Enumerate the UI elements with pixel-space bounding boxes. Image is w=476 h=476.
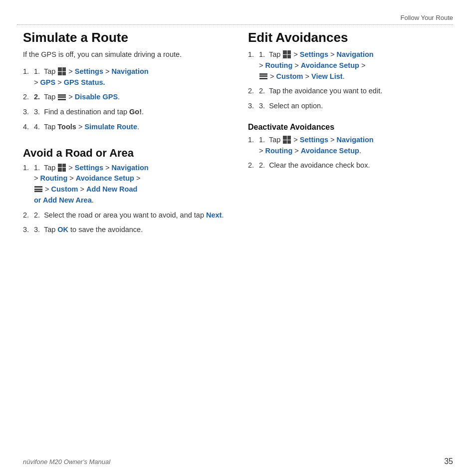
routing-link: Routing <box>265 61 293 69</box>
add-new-road-link: Add New Road <box>86 185 137 193</box>
gps-icon <box>58 164 66 172</box>
simulate-route-title: Simulate a Route <box>23 30 228 45</box>
step-item: 2. Tap the avoidance you want to edit. <box>248 86 453 97</box>
gps-status-link: GPS Status. <box>64 78 105 86</box>
avoid-road-title: Avoid a Road or Area <box>23 147 228 160</box>
menu-icon <box>259 73 267 79</box>
navigation-link: Navigation <box>337 50 374 58</box>
step-item: 3. Tap OK to save the avoidance. <box>23 225 228 236</box>
deactivate-avoidances-steps: 1. Tap > Settings > Navigation > Routing… <box>248 135 453 171</box>
add-new-area-link: or Add New Area <box>34 196 92 204</box>
settings-link: Settings <box>300 136 328 144</box>
menu-icon <box>58 94 66 100</box>
footer-page-number: 35 <box>444 457 453 466</box>
navigation-link: Navigation <box>112 67 149 75</box>
avoidance-setup-link: Avoidance Setup <box>301 61 359 69</box>
step-item: 3. Select an option. <box>248 101 453 112</box>
disable-gps-link: Disable GPS <box>75 93 118 101</box>
settings-link: Settings <box>75 67 103 75</box>
avoidance-setup-link: Avoidance Setup <box>76 174 134 182</box>
custom-link: Custom <box>276 72 303 80</box>
menu-icon <box>34 186 42 192</box>
step-item: 2. Clear the avoidance check box. <box>248 160 453 171</box>
routing-link: Routing <box>40 174 68 182</box>
settings-link: Settings <box>300 50 328 58</box>
step-item: 1. Tap > Settings > Navigation > Routing… <box>248 135 453 157</box>
right-column: Edit Avoidances 1. Tap > Settings > Navi… <box>248 30 453 446</box>
step-item: 1. Tap > Settings > Navigation > Routing… <box>23 163 228 206</box>
avoid-road-steps: 1. Tap > Settings > Navigation > Routing… <box>23 163 228 236</box>
avoidance-setup-link: Avoidance Setup <box>301 147 359 155</box>
step-item: 1. Tap > Settings > Navigation > GPS > G… <box>23 66 228 88</box>
custom-link: Custom <box>51 185 78 193</box>
navigation-link: Navigation <box>337 136 374 144</box>
edit-avoidances-steps: 1. Tap > Settings > Navigation > Routing… <box>248 49 453 112</box>
page-header: Follow Your Route <box>17 14 453 25</box>
step-item: 2. Tap > Disable GPS. <box>23 92 228 103</box>
gps-icon <box>283 50 291 58</box>
gps-icon <box>283 136 291 144</box>
settings-link: Settings <box>75 164 103 172</box>
step-item: 4. Tap Tools > Simulate Route. <box>23 122 228 133</box>
next-link: Next <box>206 211 222 219</box>
simulate-route-link: Simulate Route <box>84 123 137 131</box>
step-item: 1. Tap > Settings > Navigation > Routing… <box>248 49 453 82</box>
header-text: Follow Your Route <box>400 14 453 21</box>
ok-link: OK <box>57 226 68 234</box>
left-column: Simulate a Route If the GPS is off, you … <box>23 30 228 446</box>
footer-left: nüvifone M20 Owner's Manual <box>23 458 110 466</box>
routing-link: Routing <box>265 147 293 155</box>
simulate-route-intro: If the GPS is off, you can simulate driv… <box>23 49 228 60</box>
step-item: 2. Select the road or area you want to a… <box>23 210 228 221</box>
edit-avoidances-title: Edit Avoidances <box>248 30 453 45</box>
gps-link: GPS <box>40 78 56 86</box>
gps-icon <box>58 67 66 75</box>
content-area: Simulate a Route If the GPS is off, you … <box>23 30 453 446</box>
page-footer: nüvifone M20 Owner's Manual 35 <box>23 457 453 466</box>
view-list-link: View List <box>311 72 343 80</box>
step-item: 3. Find a destination and tap Go!. <box>23 107 228 118</box>
deactivate-avoidances-title: Deactivate Avoidances <box>248 123 453 132</box>
simulate-route-steps: 1. Tap > Settings > Navigation > GPS > G… <box>23 66 228 133</box>
navigation-link: Navigation <box>112 164 149 172</box>
